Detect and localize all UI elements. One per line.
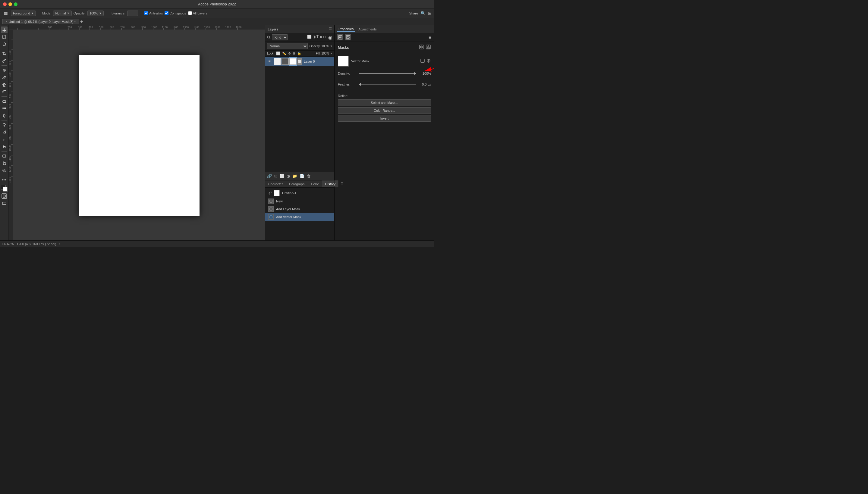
layers-panel-menu-icon[interactable]: ☰ [329,27,332,31]
hand-tool[interactable] [1,160,7,167]
feather-thumb[interactable] [359,83,361,86]
workspace-icon[interactable]: ⊞ [428,11,431,16]
filter-adjustment-icon[interactable]: ◑ [313,35,316,40]
opacity-dropdown[interactable]: 100% ▼ [87,11,104,16]
properties-panel-menu-icon[interactable]: ☰ [429,36,431,39]
all-layers-checkbox[interactable] [188,11,192,15]
mode-dropdown[interactable]: Normal ▼ [53,11,71,16]
history-item-add-layer-mask[interactable]: Add Layer Mask [265,205,334,213]
close-button[interactable] [3,2,7,6]
delete-layer-icon[interactable]: 🗑 [307,174,311,178]
rectangle-tool[interactable] [1,153,7,159]
crop-tool[interactable] [1,50,7,57]
layer-pixel-mask-thumb[interactable] [281,58,289,65]
lock-image-icon[interactable]: ✏️ [282,52,286,55]
add-layer-mask-icon[interactable]: ⬜ [279,174,284,178]
vm-view-icon[interactable] [426,58,431,64]
tab-adjustments[interactable]: Adjustments [357,27,378,32]
contiguous-checkbox[interactable] [165,11,168,15]
eraser-tool[interactable] [1,98,7,104]
document-canvas[interactable] [79,55,200,216]
history-item-add-vector-mask[interactable]: Add Vector Mask [265,213,334,221]
move-tool[interactable] [1,26,7,33]
layers-kind-dropdown[interactable]: Kind [272,34,288,40]
blur-tool[interactable] [1,112,7,119]
lock-position-icon[interactable]: ✛ [288,52,291,55]
anti-alias-checkbox[interactable] [144,11,148,15]
document-tab[interactable]: × Untitled-1 @ 66.7% (Layer 0, Layer Mas… [2,19,79,24]
filter-text-icon[interactable]: T [316,35,318,40]
lock-all-icon[interactable]: 🔒 [297,52,301,55]
color-range-button[interactable]: Color Range... [338,107,431,114]
add-vector-mask-icon[interactable] [426,44,431,51]
add-pixel-mask-icon[interactable] [419,44,424,51]
pen-tool[interactable] [1,129,7,136]
fill-value[interactable]: 100% [321,52,329,55]
zoom-tool[interactable] [1,167,7,174]
foreground-dropdown[interactable]: Foreground ▼ [11,11,36,16]
tab-color[interactable]: Color [308,180,322,187]
opacity-value-layers[interactable]: 100% [321,44,329,48]
history-item-new[interactable]: New [265,197,334,205]
share-button[interactable]: Share [409,12,418,15]
layer-vector-mask-thumb[interactable] [289,58,297,65]
density-slider[interactable] [359,71,416,76]
lasso-tool[interactable] [1,41,7,48]
zoom-level[interactable]: 66.67% [2,242,14,246]
density-thumb[interactable] [414,72,416,75]
tab-close-icon[interactable]: × [6,20,7,23]
tolerance-input[interactable]: 32 [127,11,138,16]
minimize-button[interactable] [8,2,12,6]
anti-alias-group[interactable]: Anti-alias [144,11,163,15]
lock-transparent-icon[interactable]: ⬜ [276,52,280,55]
add-layer-style-icon[interactable]: fx [274,174,277,178]
status-more-icon[interactable]: › [59,242,60,246]
all-layers-group[interactable]: All Layers [188,11,207,15]
tab-properties[interactable]: Properties [337,26,355,32]
background-color-swatch[interactable] [3,187,7,192]
layer-main-thumb[interactable] [274,58,281,65]
rectangular-marquee-tool[interactable] [1,34,7,40]
layer-row-0[interactable]: 👁 ⬜ Layer 0 [265,57,334,66]
eyedropper-tool[interactable] [1,58,7,64]
screen-mode-button[interactable] [1,200,7,207]
filter-pixel-icon[interactable]: ⬜ [307,35,312,40]
filter-shape-icon[interactable]: ◆ [319,35,322,40]
new-layer-icon[interactable]: 📄 [300,174,304,178]
brush-tool[interactable] [1,74,7,81]
edit-in-standard-mode[interactable] [1,193,7,200]
path-selection-tool[interactable] [1,144,7,150]
history-snapshot-item[interactable]: Untitled-1 [265,189,334,197]
more-tools-button[interactable]: ••• [1,176,7,183]
vm-link-icon[interactable] [420,58,425,64]
vector-mask-thumbnail[interactable] [338,56,349,66]
invert-button[interactable]: Invert [338,115,431,122]
healing-brush-tool[interactable] [1,67,7,74]
select-and-mask-button[interactable]: Select and Mask... [338,99,431,106]
new-group-icon[interactable]: 📁 [292,174,297,178]
link-layers-icon[interactable]: 🔗 [267,174,272,178]
new-fill-layer-icon[interactable]: ◑ [287,174,290,178]
tab-character[interactable]: Character [265,180,286,187]
lock-artboard-icon[interactable]: ⊞ [293,52,295,55]
tool-options-icon[interactable] [2,10,9,17]
text-tool[interactable]: T [1,136,7,143]
feather-slider[interactable] [359,82,416,87]
props-pixel-icon[interactable] [337,34,343,40]
dodge-tool[interactable] [1,122,7,128]
clone-stamp-tool[interactable] [1,81,7,88]
gradient-tool[interactable] [1,105,7,112]
search-icon[interactable]: 🔍 [421,11,426,16]
props-vector-mask-icon[interactable] [345,34,351,40]
filter-smartobj-icon[interactable]: ◻ [323,35,326,40]
new-tab-button[interactable]: + [80,19,83,24]
maximize-button[interactable] [14,2,17,6]
traffic-lights[interactable] [3,2,17,6]
tab-paragraph[interactable]: Paragraph [286,180,308,187]
color-swatches[interactable] [1,185,7,192]
contiguous-group[interactable]: Contiguous [165,11,186,15]
layers-mode-dropdown[interactable]: Normal [267,43,308,49]
filter-toggle-icon[interactable]: ◉ [328,35,332,40]
history-brush-tool[interactable] [1,89,7,95]
layer-visibility-eye[interactable]: 👁 [267,60,272,63]
